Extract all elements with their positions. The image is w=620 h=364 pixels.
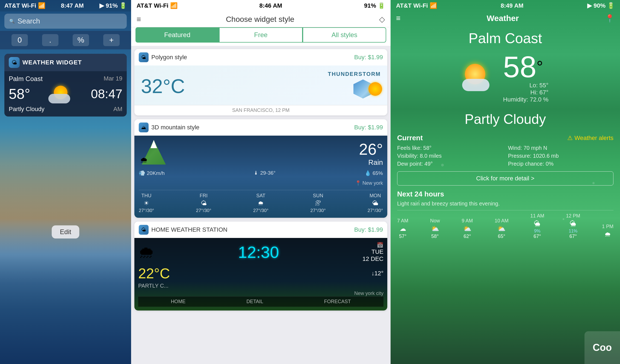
p3-temp-display: 58 ° [503, 52, 543, 82]
mountain-card-header: ⛰ 3D mountain style Buy: $1.99 [134, 119, 387, 136]
hws-preview: 🌧 12:30 📅 TUE 12 DEC 22°C ↓12° [134, 238, 387, 311]
p3-cloud [462, 79, 489, 91]
clock-panel1: 8:47 AM [61, 2, 84, 9]
polygon-price[interactable]: Buy: $1.99 [354, 54, 383, 61]
mountain-stats-row: 💨 20Km/h 🌡 29-36° 💧 65% [139, 170, 383, 176]
p3-city: Palm Coast [397, 30, 613, 46]
p3-wifi-icon: 📶 [430, 2, 437, 9]
current-section: Current ⚠ Weather alerts Feels like: 58°… [397, 134, 613, 167]
cloud-shape [48, 94, 70, 103]
p2-carrier: AT&T Wi-Fi [137, 2, 169, 9]
p2-battery: 91% [364, 2, 376, 9]
polygon-right: THUNDERSTORM [328, 71, 381, 101]
weather-alerts[interactable]: ⚠ Weather alerts [567, 135, 613, 142]
hws-cloud-icon: 🌧 [138, 243, 155, 262]
polygon-style-card[interactable]: 🌤 Polygon style Buy: $1.99 32°C THUNDERS… [134, 49, 387, 115]
hws-top-row: 🌧 12:30 📅 TUE 12 DEC [138, 242, 383, 262]
status-bar-panel3: AT&T Wi-Fi 📶 8:49 AM ▶ 90% 🔋 [391, 0, 620, 11]
weather-widget-card: 🌤 WEATHER WIDGET Palm Coast Mar 19 58° 0… [4, 54, 127, 117]
hourly-now: Now ⛅ 58° [430, 218, 440, 239]
mountain-snow [148, 140, 159, 148]
hws-nav-detail[interactable]: DETAIL [246, 299, 263, 305]
mountain-temperature: 26° [359, 140, 383, 158]
hourly-9am: 9 AM ⛅ 62° [462, 218, 473, 239]
hourly-7am: 7 AM ☁ 57° [397, 218, 408, 239]
mountain-humidity: 💧 65% [365, 170, 383, 176]
p3-hamburger-icon[interactable]: ≡ [396, 14, 400, 23]
weather-date: Mar 19 [104, 75, 122, 82]
calc-btn-0[interactable]: 0 [11, 34, 28, 46]
tab-featured[interactable]: Featured [135, 27, 219, 43]
widget-app-icon: 🌤 [9, 57, 20, 68]
hws-date: 📅 TUE 12 DEC [362, 242, 383, 262]
mountain-name-row: ⛰ 3D mountain style [139, 123, 199, 132]
pressure: Pressure: 1020.6 mb [508, 153, 613, 159]
widget-header: 🌤 WEATHER WIDGET [4, 54, 127, 71]
calc-btn-plus[interactable]: + [103, 34, 120, 46]
widget-style-tabs: Featured Free All styles [131, 27, 391, 46]
mountain-preview: 🌧 26° Rain 💨 20Km/h 🌡 29-36° 💧 65% 📍 New… [134, 136, 387, 218]
mountain-name: 3D mountain style [151, 124, 199, 131]
current-title: Current [397, 134, 423, 142]
hourly-1pm: 1 PM 🌧 [602, 224, 613, 239]
battery-panel1: 91% [106, 2, 118, 9]
sun-in-crystal [368, 82, 382, 96]
mountain-price[interactable]: Buy: $1.99 [354, 124, 383, 131]
mountain-style-card[interactable]: ⛰ 3D mountain style Buy: $1.99 🌧 26° Rai… [134, 119, 387, 218]
search-icon: 🔍 [9, 19, 15, 24]
mountain-3d-icon: 🌧 [139, 140, 172, 167]
current-header: Current ⚠ Weather alerts [397, 134, 613, 142]
mountain-icon: ⛰ [139, 123, 149, 132]
p3-description: Partly Cloudy [397, 111, 613, 127]
panel3-header: ≡ Weather 📍 [391, 11, 620, 27]
panel2-header: ≡ Choose widget style ◇ [131, 11, 391, 27]
next24-section: Next 24 hours Light rain and breezy star… [397, 190, 613, 239]
wind: Wind: 70 mph N [508, 145, 613, 151]
status-bar-panel2: AT&T Wi-Fi 📶 8:46 AM 91% 🔋 [131, 0, 391, 11]
widget-list: 🌤 Polygon style Buy: $1.99 32°C THUNDERS… [131, 46, 391, 364]
p3-battery: 90% [594, 2, 606, 9]
p3-hi: Hi: 67° [503, 89, 548, 96]
p3-location-pin-icon[interactable]: 📍 [605, 14, 615, 23]
calc-btn-percent[interactable]: % [73, 34, 89, 46]
weather-ampm: AM [113, 106, 122, 113]
p3-carrier: AT&T Wi-Fi [396, 2, 428, 9]
alert-icon: ⚠ [567, 135, 573, 142]
polygon-condition: THUNDERSTORM [328, 71, 381, 77]
mountain-right: 26° Rain [359, 140, 383, 167]
rain-cloud-icon: 🌧 [140, 156, 148, 165]
edit-button[interactable]: Edit [52, 225, 79, 238]
forecast-description: Light rain and breezy starting this even… [397, 201, 613, 207]
hws-nav-home[interactable]: HOME [171, 299, 185, 305]
tab-free[interactable]: Free [219, 27, 303, 43]
polygon-name-row: 🌤 Polygon style [139, 52, 187, 62]
hws-arrow-area: ↓12° [371, 270, 383, 277]
precip-chance: Precip chance: 0% [508, 161, 613, 167]
hws-city: New york city [138, 291, 383, 296]
hws-clock: 12:30 [238, 243, 279, 262]
mountain-condition: Rain [359, 158, 383, 167]
click-more-detail-button[interactable]: Click for more detail > [397, 171, 613, 186]
current-stats-grid: Feels like: 58° Wind: 70 mph N Visibilit… [397, 145, 613, 167]
location-icon: ▶ [99, 2, 104, 9]
forecast-thu: THU ☀ 27°/30° [139, 193, 154, 213]
hws-arrow-temp: ↓12° [371, 270, 383, 277]
calculator-row: 0 . % + [0, 31, 131, 49]
weather-row-mid: 58° 08:47 [9, 84, 122, 103]
polygon-icon: 🌤 [139, 52, 149, 62]
p3-weather-area: 58 ° Lo: 55° Hi: 67° Humidity: 72.0 % [397, 52, 613, 103]
p3-clock: 8:49 AM [501, 2, 524, 9]
forecast-fri: FRI 🌤 27°/30° [196, 193, 211, 213]
hws-nav-forecast[interactable]: FORECAST [324, 299, 351, 305]
tab-all-styles[interactable]: All styles [303, 27, 386, 43]
feels-like: Feels like: 58° [397, 145, 503, 151]
p3-temperature: 58 [503, 52, 536, 82]
hws-price[interactable]: Buy: $1.99 [354, 226, 383, 233]
polygon-name: Polygon style [151, 54, 187, 61]
mountain-forecast: THU ☀ 27°/30° FRI 🌤 27°/30° SAT 🌧 27°/30… [139, 190, 383, 213]
diamond-icon[interactable]: ◇ [379, 15, 385, 24]
calc-btn-dot[interactable]: . [42, 34, 58, 46]
hws-card[interactable]: 🌤 HOME WEATHER STATION Buy: $1.99 🌧 12:3… [134, 222, 387, 311]
search-bar[interactable]: 🔍 Search [4, 14, 127, 29]
hamburger-icon[interactable]: ≡ [137, 15, 141, 24]
